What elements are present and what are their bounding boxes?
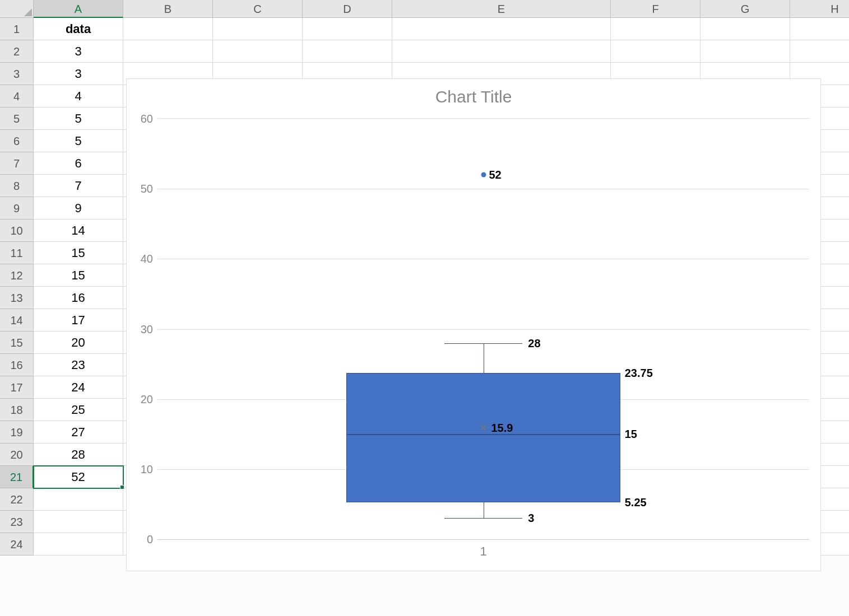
row-header-16[interactable]: 16 <box>0 354 34 376</box>
row-header-7[interactable]: 7 <box>0 152 34 175</box>
cell-E2[interactable] <box>392 40 611 63</box>
cell-A19[interactable]: 27 <box>34 421 123 444</box>
boxplot-outlier <box>481 172 486 178</box>
label-q1: 5.25 <box>625 496 647 509</box>
cell-A11[interactable]: 15 <box>34 242 123 264</box>
cell-A10[interactable]: 14 <box>34 220 123 242</box>
cell-A3[interactable]: 3 <box>34 63 123 85</box>
chart-plot-area[interactable]: 1 0102030405060✕522823.75155.25315.9 <box>157 118 809 540</box>
row-header-15[interactable]: 15 <box>0 332 34 354</box>
label-whisker-high: 28 <box>528 337 540 349</box>
row-header-8[interactable]: 8 <box>0 175 34 197</box>
cell-A13[interactable]: 16 <box>34 287 123 309</box>
chart-ytick: 50 <box>141 183 153 195</box>
cell-H2[interactable] <box>790 40 849 63</box>
cell-E1[interactable] <box>392 18 611 40</box>
row-header-23[interactable]: 23 <box>0 511 34 533</box>
row-header-1[interactable]: 1 <box>0 18 34 40</box>
row-header-14[interactable]: 14 <box>0 309 34 332</box>
cell-A24[interactable] <box>34 533 123 556</box>
row-header-9[interactable]: 9 <box>0 197 34 220</box>
chart-ytick: 30 <box>141 323 153 335</box>
cell-H1[interactable] <box>790 18 849 40</box>
label-q3: 23.75 <box>625 366 653 379</box>
row-header-10[interactable]: 10 <box>0 220 34 242</box>
label-outlier: 52 <box>489 169 502 181</box>
fill-handle[interactable] <box>120 485 124 489</box>
column-header-D[interactable]: D <box>303 0 392 18</box>
chart-ytick: 60 <box>141 113 153 125</box>
row-header-11[interactable]: 11 <box>0 242 34 264</box>
cell-A9[interactable]: 9 <box>34 197 123 220</box>
column-header-H[interactable]: H <box>790 0 849 18</box>
chart-ytick: 0 <box>147 533 153 546</box>
row-header-20[interactable]: 20 <box>0 444 34 466</box>
select-all-corner[interactable] <box>0 0 34 18</box>
chart-object[interactable]: Chart Title 1 0102030405060✕522823.75155… <box>126 78 821 571</box>
row-header-3[interactable]: 3 <box>0 63 34 85</box>
cell-D2[interactable] <box>303 40 392 63</box>
cell-A4[interactable]: 4 <box>34 85 123 108</box>
cell-G1[interactable] <box>700 18 790 40</box>
cell-A2[interactable]: 3 <box>34 40 123 63</box>
chart-gridline <box>157 259 809 259</box>
column-header-A[interactable]: A <box>34 0 123 18</box>
row-header-24[interactable]: 24 <box>0 533 34 556</box>
row-header-18[interactable]: 18 <box>0 399 34 421</box>
cell-A5[interactable]: 5 <box>34 108 123 130</box>
cell-A7[interactable]: 6 <box>34 152 123 175</box>
row-header-2[interactable]: 2 <box>0 40 34 63</box>
column-header-E[interactable]: E <box>392 0 611 18</box>
column-header-B[interactable]: B <box>123 0 213 18</box>
cell-C2[interactable] <box>213 40 303 63</box>
whisker-upper-stem <box>484 343 484 373</box>
row-header-22[interactable]: 22 <box>0 488 34 511</box>
row-headers: 123456789101112131415161718192021222324 <box>0 18 34 556</box>
row-header-21[interactable]: 21 <box>0 466 34 488</box>
cell-D1[interactable] <box>303 18 392 40</box>
cell-C1[interactable] <box>213 18 303 40</box>
cell-A16[interactable]: 23 <box>34 354 123 376</box>
column-header-G[interactable]: G <box>700 0 790 18</box>
cell-B2[interactable] <box>123 40 213 63</box>
cell-A21[interactable]: 52 <box>34 466 123 488</box>
column-headers: ABCDEFGH <box>34 0 849 18</box>
row-header-17[interactable]: 17 <box>0 376 34 399</box>
cell-G2[interactable] <box>700 40 790 63</box>
cell-A18[interactable]: 25 <box>34 399 123 421</box>
row-header-19[interactable]: 19 <box>0 421 34 444</box>
cell-A1[interactable]: data <box>34 18 123 40</box>
row-header-5[interactable]: 5 <box>0 108 34 130</box>
cell-B1[interactable] <box>123 18 213 40</box>
cell-F1[interactable] <box>611 18 700 40</box>
whisker-high-cap <box>444 343 523 344</box>
row-header-12[interactable]: 12 <box>0 264 34 287</box>
cell-A12[interactable]: 15 <box>34 264 123 287</box>
cell-A20[interactable]: 28 <box>34 444 123 466</box>
spreadsheet-area: ABCDEFGH 1234567891011121314151617181920… <box>0 0 849 616</box>
boxplot-mean-marker: ✕ <box>479 422 488 434</box>
cell-A23[interactable] <box>34 511 123 533</box>
whisker-lower-stem <box>484 502 484 518</box>
cell-A14[interactable]: 17 <box>34 309 123 332</box>
chart-title[interactable]: Chart Title <box>127 79 820 106</box>
cell-A17[interactable]: 24 <box>34 376 123 399</box>
chart-x-category: 1 <box>480 544 486 559</box>
chart-gridline <box>157 329 809 330</box>
row-header-13[interactable]: 13 <box>0 287 34 309</box>
column-header-C[interactable]: C <box>213 0 303 18</box>
cell-F2[interactable] <box>611 40 700 63</box>
chart-ytick: 10 <box>141 463 153 475</box>
cell-A6[interactable]: 5 <box>34 130 123 152</box>
cell-A8[interactable]: 7 <box>34 175 123 197</box>
cell-A15[interactable]: 20 <box>34 332 123 354</box>
column-header-F[interactable]: F <box>611 0 700 18</box>
chart-gridline <box>157 189 809 189</box>
label-whisker-low: 3 <box>528 512 534 525</box>
row-header-6[interactable]: 6 <box>0 130 34 152</box>
boxplot-box <box>346 373 620 503</box>
cell-A22[interactable] <box>34 488 123 511</box>
boxplot-median <box>346 434 620 435</box>
chart-ytick: 20 <box>141 393 153 405</box>
row-header-4[interactable]: 4 <box>0 85 34 108</box>
